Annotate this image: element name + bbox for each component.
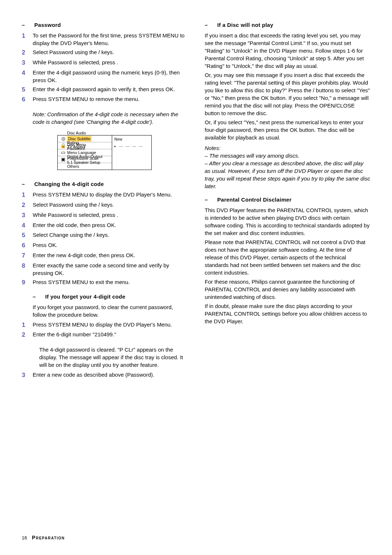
step-text: Enter exactly the same code a second tim… [33, 262, 187, 277]
heading-dash: – [22, 22, 33, 28]
step-text: Select Password using the / keys. [33, 48, 187, 57]
step-text: To set the Password for the first time, … [33, 32, 187, 47]
step-text: Enter the 4-digit password using the num… [33, 69, 187, 84]
heading-text: Password [34, 22, 61, 28]
step-number: 1 [22, 321, 33, 329]
step-text: Enter the 4-digit password again to veri… [33, 85, 187, 94]
noplay-notes: Notes: – The messages will vary among di… [205, 144, 370, 190]
forget-result: The 4-digit password is cleared. "P CLr"… [22, 346, 187, 369]
section-name: Preparation [32, 535, 65, 540]
forget-heading: – If you forget your 4-digit code [22, 293, 187, 300]
step-number: 2 [22, 331, 33, 339]
step-text: Press SYSTEM MENU to display the DVD Pla… [33, 191, 187, 199]
step-number: 1 [22, 191, 33, 199]
heading-text: Parental Control Disclaimer [217, 197, 291, 203]
menu-disc-audio: Disc Audio [67, 130, 91, 136]
password-heading: – Password [22, 22, 187, 28]
step-number: 6 [22, 95, 33, 104]
page-number: 16 [22, 535, 27, 540]
menu-tv-aspect: TV Aspect [67, 144, 98, 150]
step-text: While Password is selected, press . [33, 211, 187, 220]
step-number: 3 [22, 211, 33, 220]
step-number: 2 [22, 48, 33, 57]
heading-text: If you forget your 4-digit code [45, 293, 125, 300]
menu-digital-audio: Digital Audio Output [67, 154, 102, 159]
two-column-layout: – Password 1To set the Password for the … [22, 22, 370, 386]
noplay-para: Or, you may see this message if you inse… [205, 71, 370, 117]
forget-steps-3: 3Enter a new code as described above (Pa… [22, 371, 187, 380]
right-column: – If a Disc will not play If you insert … [205, 22, 370, 386]
step-text: Press SYSTEM MENU to display the DVD Pla… [33, 321, 187, 329]
noplay-heading: – If a Disc will not play [205, 22, 370, 28]
menu-new-label: New [112, 135, 151, 143]
noplay-para: Or, if you select "Yes," next press the … [205, 118, 370, 141]
step-text: Select Change using the / keys. [33, 231, 187, 240]
step-number: 4 [22, 69, 33, 84]
heading-text: Changing the 4-digit code [34, 181, 104, 187]
disclaimer-heading: – Parental Control Disclaimer [205, 197, 370, 203]
step-number: 5 [22, 85, 33, 94]
step-number: 8 [22, 262, 33, 277]
notes-line: – After you clear a message as described… [205, 159, 370, 190]
step-number: 2 [22, 201, 33, 210]
heading-text: If a Disc will not play [217, 22, 273, 28]
page-footer: 16 Preparation [22, 535, 65, 540]
step-text: Enter a new code as described above (Pas… [33, 371, 187, 380]
step-text: Enter the old code, then press OK. [33, 221, 187, 230]
step-number: 3 [22, 58, 33, 67]
on-screen-menu-figure: ◎ Disc Audio Disc Subtitle Disc Menu 🔒 [57, 135, 152, 170]
step-number: 7 [22, 251, 33, 260]
notes-line: – The messages will vary among discs. [205, 152, 370, 159]
forget-steps: 1Press SYSTEM MENU to display the DVD Pl… [22, 321, 187, 340]
password-steps: 1To set the Password for the first time,… [22, 32, 187, 104]
step-text: Press SYSTEM MENU to exit the menu. [33, 278, 187, 287]
disclaimer-para: This DVD Player features the PARENTAL CO… [205, 206, 370, 237]
step-number: 9 [22, 278, 33, 287]
forget-intro: If you forget your password, to clear th… [22, 303, 187, 319]
step-text: Enter the new 4-digit code, then press O… [33, 251, 187, 260]
step-number: 3 [22, 371, 33, 380]
step-text: While Password is selected, press . [33, 58, 187, 67]
step-text: Enter the 6-digit number "210499." [33, 331, 187, 339]
disclaimer-para: If in doubt, please make sure the disc p… [205, 302, 370, 325]
disclaimer-para: Please note that PARENTAL CONTROL will n… [205, 238, 370, 276]
noplay-para: If you insert a disc that exceeds the ra… [205, 32, 370, 70]
step-text: Press SYSTEM MENU to remove the menu. [33, 95, 187, 104]
left-column: – Password 1To set the Password for the … [22, 22, 187, 386]
step-number: 6 [22, 241, 33, 250]
disclaimer-para: For these reasons, Philips cannot guaran… [205, 278, 370, 301]
notes-heading: Notes: [205, 144, 370, 152]
step-text: Select Password using the / keys. [33, 201, 187, 210]
step-number: 1 [22, 32, 33, 47]
step-number: 5 [22, 231, 33, 240]
password-note: Note: Confirmation of the 4-digit code i… [22, 110, 187, 126]
change-steps: 1Press SYSTEM MENU to display the DVD Pl… [22, 191, 187, 287]
step-number: 4 [22, 221, 33, 230]
heading-dash: – [22, 181, 33, 187]
speaker-icon: ▣ [59, 153, 67, 166]
heading-dash: – [33, 293, 44, 300]
heading-dash: – [205, 197, 216, 203]
menu-new-value: ▸ — — — — [112, 143, 151, 150]
step-text: Press OK. [33, 241, 187, 250]
change-heading: – Changing the 4-digit code [22, 181, 187, 187]
heading-dash: – [205, 22, 216, 28]
